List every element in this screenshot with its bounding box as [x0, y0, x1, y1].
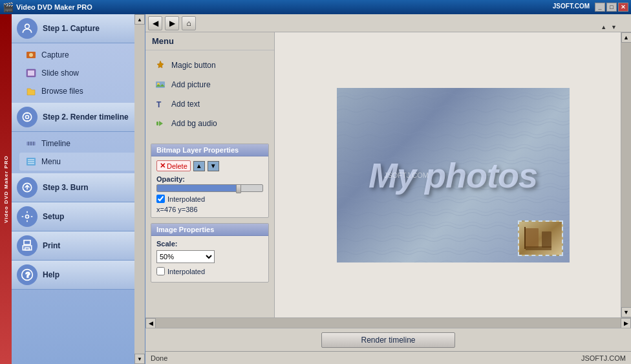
help-title: Help	[43, 270, 134, 279]
step1-header[interactable]: Step 1. Capture ◀	[12, 14, 145, 43]
svg-rect-30	[542, 231, 551, 248]
sidebar-scroll-down[interactable]: ▼	[134, 354, 145, 364]
sidebar-item-slideshow[interactable]: Slide show	[19, 64, 145, 82]
setup-header[interactable]: Setup ▶	[12, 202, 145, 231]
right-scrollbar: ▲ ▼	[621, 32, 631, 317]
delete-label: Delete	[167, 162, 187, 170]
hscroll-right[interactable]: ▶	[621, 318, 631, 328]
toolbar: ◀ ▶ ⌂ ▲ ▼	[145, 14, 631, 32]
coords-display: x=476 y=386	[156, 206, 263, 213]
timeline-label: Timeline	[41, 139, 70, 148]
status-brand: JSOFTJ.COM	[581, 354, 626, 362]
scroll-up-button[interactable]: ▲	[621, 32, 632, 43]
scroll-down-button[interactable]: ▼	[621, 307, 632, 317]
step1-title: Step 1. Capture	[43, 24, 134, 33]
title-bar-buttons: JSOFT.COM _ □ ✕	[553, 3, 628, 12]
svg-point-18	[26, 215, 29, 219]
svg-rect-26	[156, 122, 158, 125]
move-up-button[interactable]: ▲	[193, 161, 205, 171]
forward-button[interactable]: ▶	[165, 16, 179, 30]
move-down-button[interactable]: ▼	[208, 161, 219, 171]
interpolated-checkbox[interactable]	[156, 195, 165, 203]
help-icon: ?	[17, 264, 37, 285]
preview-canvas: My photos JSOFTJ.COM	[337, 88, 570, 262]
content-row: Menu Magic button Add picture	[145, 32, 631, 317]
browse-icon	[25, 85, 37, 98]
bitmap-layer-properties: Bitmap Layer Properties ✕ Delete ▲ ▼ Opa…	[151, 144, 269, 218]
delete-button[interactable]: ✕ Delete	[156, 160, 191, 171]
status-text: Done	[151, 354, 167, 362]
hscroll-track[interactable]	[156, 318, 621, 328]
sidebar-scroll-track[interactable]	[134, 25, 145, 354]
magic-button-label: Magic button	[171, 61, 216, 70]
app-title: Video DVD Maker PRO	[16, 3, 92, 11]
magic-button-item[interactable]: Magic button	[145, 56, 274, 75]
print-title: Print	[43, 241, 134, 250]
opacity-thumb[interactable]	[236, 184, 241, 193]
home-button[interactable]: ⌂	[182, 16, 196, 30]
add-picture-item[interactable]: Add picture	[145, 75, 274, 94]
svg-rect-4	[28, 70, 34, 76]
svg-text:T: T	[156, 100, 162, 109]
sidebar-item-menu[interactable]: Menu	[19, 153, 145, 171]
bottom-bar: Render timeline	[145, 328, 631, 351]
svg-point-2	[29, 53, 33, 57]
menu-icon	[25, 155, 37, 168]
svg-rect-23	[156, 81, 165, 88]
image-interpolated-checkbox[interactable]	[156, 267, 165, 275]
capture-label: Capture	[41, 50, 69, 59]
left-panel: Menu Magic button Add picture	[145, 32, 275, 317]
setup-icon	[17, 206, 37, 227]
svg-rect-20	[25, 248, 30, 250]
back-icon: ◀	[153, 19, 158, 28]
step3-header[interactable]: Step 3. Burn ▶	[12, 173, 145, 202]
top-arrow-down[interactable]: ▼	[610, 23, 618, 31]
help-header[interactable]: ? Help ▶	[12, 261, 145, 290]
interpolated-row: Interpolated	[156, 195, 263, 203]
add-text-item[interactable]: T Add text	[145, 94, 274, 114]
svg-point-5	[23, 112, 31, 121]
image-interpolated-label: Interpolated	[167, 268, 205, 275]
step1-icon	[17, 18, 37, 39]
opacity-label: Opacity:	[156, 175, 263, 183]
preview-area: My photos JSOFTJ.COM	[275, 32, 631, 317]
step1-items: Capture Slide show Browse files	[12, 43, 145, 103]
image-props-body: Scale: 25% 50% 75% 100% Interpolated	[151, 236, 268, 282]
step3-icon	[17, 177, 37, 198]
print-header[interactable]: Print ▶	[12, 231, 145, 261]
add-bg-audio-item[interactable]: Add bg audio	[145, 114, 274, 133]
maximize-button[interactable]: □	[606, 3, 617, 12]
bitmap-props-title: Bitmap Layer Properties	[151, 144, 268, 156]
opacity-slider[interactable]	[156, 184, 263, 192]
preview-watermark: JSOFTJ.COM	[384, 171, 429, 179]
add-text-icon: T	[155, 98, 166, 110]
close-button[interactable]: ✕	[618, 3, 628, 12]
vertical-brand-label: Video DVD Maker PRO	[0, 14, 12, 364]
render-button[interactable]: Render timeline	[321, 332, 455, 348]
add-bg-audio-label: Add bg audio	[171, 119, 217, 128]
minimize-button[interactable]: _	[595, 3, 605, 12]
scale-select[interactable]: 25% 50% 75% 100%	[156, 250, 215, 263]
svg-rect-29	[526, 228, 539, 248]
sidebar-item-capture[interactable]: Capture	[19, 46, 145, 64]
svg-point-0	[25, 24, 30, 28]
capture-icon	[25, 48, 37, 61]
print-icon	[17, 235, 37, 256]
back-button[interactable]: ◀	[148, 16, 162, 30]
app-icon: 🎬	[3, 2, 14, 12]
sidebar-scroll-up[interactable]: ▲	[134, 14, 145, 25]
sidebar: Video DVD Maker PRO Step 1. Capture ◀ Ca…	[0, 14, 145, 364]
step2-header[interactable]: Step 2. Render timeline ◀	[12, 103, 145, 132]
svg-text:?: ?	[26, 270, 30, 279]
delete-x-icon: ✕	[160, 162, 166, 170]
forward-icon: ▶	[169, 19, 175, 28]
home-icon: ⌂	[186, 19, 191, 28]
svg-rect-19	[24, 241, 30, 245]
scroll-track[interactable]	[621, 43, 632, 307]
sidebar-item-browse[interactable]: Browse files	[19, 82, 145, 100]
hscroll-left[interactable]: ◀	[145, 318, 156, 328]
menu-label: Menu	[41, 157, 61, 166]
timeline-icon	[25, 137, 37, 150]
top-arrow-up[interactable]: ▲	[599, 23, 608, 31]
sidebar-item-timeline[interactable]: Timeline	[19, 134, 145, 153]
